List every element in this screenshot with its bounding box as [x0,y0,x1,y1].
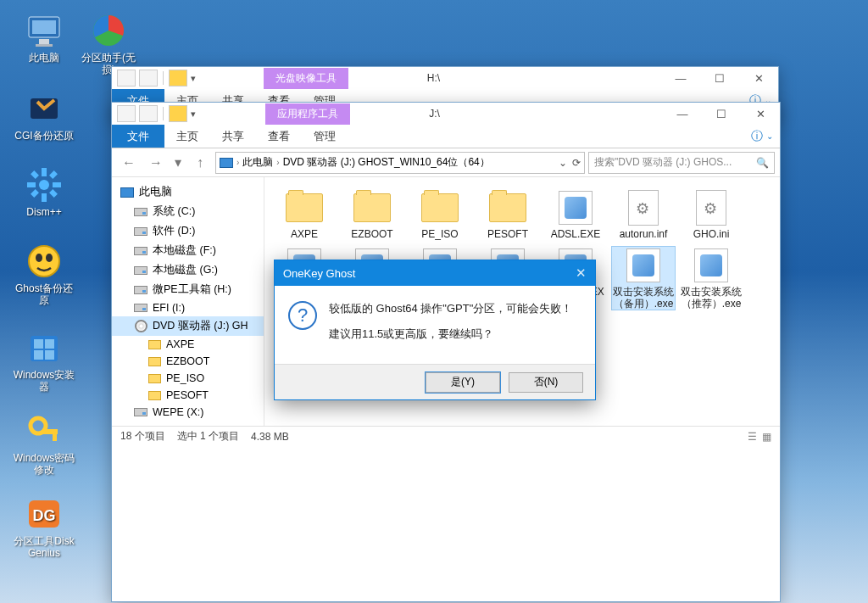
view-details-icon[interactable]: ☰ [748,431,757,443]
nav-up-button[interactable]: ↑ [188,152,212,174]
file-item[interactable]: autorun.inf [612,189,675,240]
refresh-icon[interactable]: ⟳ [572,157,581,169]
desktop-icon-dg[interactable]: DG分区工具DiskGenius [12,495,76,559]
svg-rect-3 [36,44,53,47]
svg-rect-7 [42,168,47,176]
file-item[interactable]: 双击安装系统（推荐）.exe [680,247,743,310]
file-item[interactable]: 双击安装系统（备用）.exe [612,247,675,310]
breadcrumb-segment[interactable]: DVD 驱动器 (J:) GHOST_WIN10_64位（64） [283,155,490,170]
tree-node-label: 本地磁盘 (G:) [153,263,218,277]
titlebar[interactable]: ▾ 应用程序工具 J:\ ― ☐ ✕ [112,103,780,125]
dvd-icon [134,321,147,332]
search-icon: 🔍 [756,157,769,169]
qat-button[interactable] [117,70,136,87]
context-tab[interactable]: 应用程序工具 [265,103,350,125]
tree-node[interactable]: AXPE [112,336,264,353]
minimize-button[interactable]: ― [661,67,700,89]
maximize-button[interactable]: ☐ [700,67,739,89]
svg-point-6 [39,180,49,190]
qat-button[interactable] [169,105,187,122]
file-item[interactable]: AXPE [273,189,336,240]
key-icon [25,412,63,449]
address-dropdown-icon[interactable]: ⌄ [559,157,567,169]
nav-forward-button[interactable]: → [144,152,168,174]
file-item[interactable]: ADSL.EXE [544,189,607,240]
search-input[interactable]: 搜索"DVD 驱动器 (J:) GHOS... 🔍 [588,152,775,174]
dialog-titlebar[interactable]: OneKey Ghost ✕ [275,260,595,286]
tree-node[interactable]: EFI (I:) [112,299,264,316]
close-button[interactable]: ✕ [741,103,780,125]
dialog-close-button[interactable]: ✕ [576,265,587,281]
file-item[interactable]: GHO.ini [680,189,743,240]
wininst-icon [25,329,63,366]
window-title: H:\ [427,72,440,84]
desktop-icon-label: Windows密码修改 [12,452,76,476]
qat-button[interactable] [169,70,187,87]
quick-access-toolbar: ▾ [117,70,196,87]
desktop-icon-key[interactable]: Windows密码修改 [12,412,76,476]
svg-rect-24 [42,429,58,434]
titlebar[interactable]: ▾ 光盘映像工具 H:\ ― ☐ ✕ [112,67,778,89]
navigation-pane[interactable]: 此电脑系统 (C:)软件 (D:)本地磁盘 (F:)本地磁盘 (G:)微PE工具… [112,177,264,426]
qat-button[interactable] [139,70,158,87]
desktop-icon-wininst[interactable]: Windows安装器 [12,329,76,393]
svg-rect-12 [49,189,58,198]
tree-node[interactable]: 软件 (D:) [112,221,264,241]
file-item[interactable]: PESOFT [476,189,539,240]
close-button[interactable]: ✕ [739,67,778,89]
file-item[interactable]: EZBOOT [341,189,403,240]
svg-rect-14 [31,189,39,198]
svg-rect-25 [53,434,57,441]
file-item[interactable]: PE_ISO [409,189,471,240]
tree-node[interactable]: DVD 驱动器 (J:) GH [112,316,264,336]
tree-node[interactable]: 本地磁盘 (F:) [112,241,264,260]
tree-node[interactable]: WEPE (X:) [112,404,264,421]
desktop-icon-pc[interactable]: 此电脑 [12,12,76,64]
tree-node[interactable]: 本地磁盘 (G:) [112,260,264,280]
search-placeholder: 搜索"DVD 驱动器 (J:) GHOS... [594,155,732,170]
desktop-icon-ghost[interactable]: Ghost备份还原 [12,243,76,306]
context-tab[interactable]: 光盘映像工具 [264,68,348,89]
desktop-icon-label: Windows安装器 [12,369,76,393]
tree-node-label: PE_ISO [166,372,204,384]
qat-button[interactable] [139,105,158,122]
yes-button[interactable]: 是(Y) [426,372,500,393]
file-tab[interactable]: 文件 [112,125,164,148]
nav-recent-button[interactable]: ▾ [171,152,185,174]
quick-access-toolbar: ▾ [117,105,196,122]
file-item-label: EZBOOT [341,228,403,240]
file-item-label: ADSL.EXE [544,228,607,240]
no-button[interactable]: 否(N) [509,372,583,393]
qat-button[interactable] [117,105,136,122]
ribbon-tab-manage[interactable]: 管理 [302,125,348,148]
folder-icon [147,355,161,367]
file-item-label: autorun.inf [612,228,675,240]
tree-node[interactable]: EZBOOT [112,353,264,370]
ribbon-tab-home[interactable]: 主页 [164,125,210,148]
nav-back-button[interactable]: ← [117,152,141,174]
maximize-button[interactable]: ☐ [702,103,741,125]
tree-node[interactable]: PESOFT [112,387,264,404]
tree-node[interactable]: 系统 (C:) [112,202,264,221]
address-bar[interactable]: › 此电脑 › DVD 驱动器 (J:) GHOST_WIN10_64位（64）… [215,152,585,174]
tree-root[interactable]: 此电脑 [112,182,264,202]
ribbon-tab-share[interactable]: 共享 [210,125,256,148]
ribbon-tab-view[interactable]: 查看 [256,125,302,148]
svg-rect-9 [27,182,36,187]
svg-point-16 [36,254,42,262]
tree-node[interactable]: 微PE工具箱 (H:) [112,280,264,299]
tree-node[interactable]: PE_ISO [112,370,264,387]
folder-icon [147,372,161,384]
folder-icon [147,338,161,350]
chevron-right-icon: › [276,158,279,167]
desktop-icon-cgi[interactable]: CGI备份还原 [12,90,76,142]
minimize-button[interactable]: ― [663,103,702,125]
window-title: J:\ [429,108,440,120]
ribbon: 文件 主页 共享 查看 管理 ⓘ ⌄ [112,125,780,148]
ribbon-help-icon[interactable]: ⓘ ⌄ [744,125,780,148]
svg-rect-13 [49,170,58,179]
breadcrumb-segment[interactable]: 此电脑 [242,155,273,170]
desktop-icon-dism[interactable]: Dism++ [12,166,76,218]
ghost-icon [25,243,63,280]
view-icons-icon[interactable]: ▦ [762,431,771,443]
